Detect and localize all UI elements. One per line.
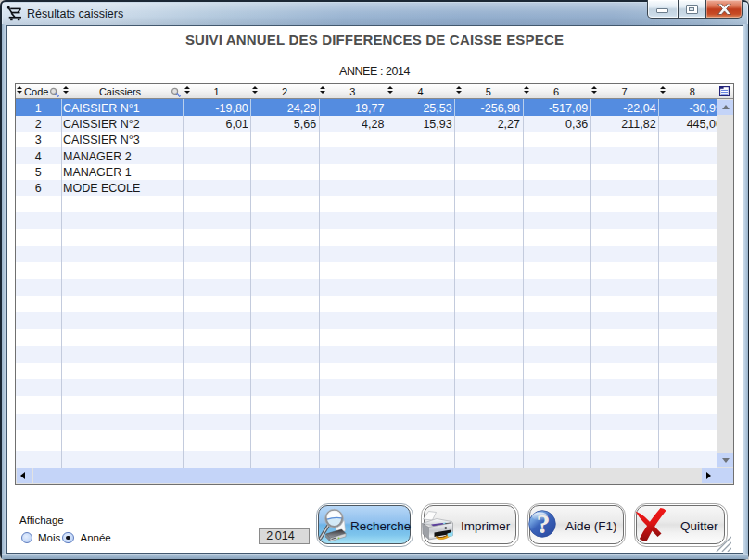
svg-text:?: ? <box>537 510 551 538</box>
